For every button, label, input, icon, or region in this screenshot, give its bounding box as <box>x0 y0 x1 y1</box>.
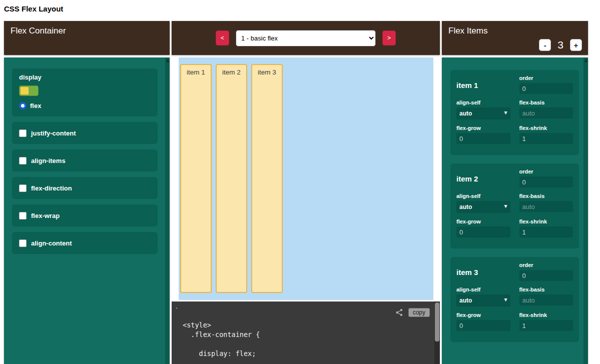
display-label: display <box>19 74 151 81</box>
flex-wrap-label: flex-wrap <box>31 212 60 220</box>
flex-items-header: Flex Items - 3 + <box>442 21 588 55</box>
align-self-select[interactable]: auto <box>456 108 510 120</box>
flex-basis-input[interactable] <box>519 294 573 306</box>
code-scrollbar[interactable] <box>434 302 440 364</box>
left-panel-scrollbar[interactable] <box>165 58 170 364</box>
toggle-knob-icon <box>20 86 29 95</box>
example-select[interactable]: 1 - basic flex <box>236 30 376 46</box>
align-self-select[interactable]: auto <box>456 201 510 213</box>
scroll-up-arrow-icon <box>584 59 588 62</box>
prev-example-button[interactable]: < <box>216 30 229 46</box>
flex-shrink-input[interactable] <box>519 133 573 144</box>
item-card-title: item 2 <box>456 174 510 183</box>
order-label: order <box>519 75 573 81</box>
flex-grow-label: flex-grow <box>456 312 510 318</box>
flex-grow-label: flex-grow <box>456 218 510 224</box>
item-card-title: item 1 <box>456 81 510 90</box>
order-label: order <box>519 262 573 268</box>
flex-shrink-label: flex-shrink <box>519 125 573 131</box>
flex-items-title: Flex Items <box>448 26 487 36</box>
align-self-select-wrap: auto <box>456 108 510 120</box>
align-items-row[interactable]: align-items <box>12 150 158 172</box>
flex-container-header: Flex Container <box>4 21 170 55</box>
align-self-label: align-self <box>456 286 510 292</box>
flex-basis-label: flex-basis <box>519 286 573 292</box>
flex-item: item 2 <box>216 64 247 293</box>
justify-content-label: justify-content <box>31 130 76 137</box>
display-toggle[interactable] <box>19 86 39 96</box>
add-item-button[interactable]: + <box>570 39 582 51</box>
right-panel-scrollbar[interactable] <box>583 58 588 364</box>
flex-radio-label: flex <box>30 102 41 110</box>
item-count: 3 <box>557 39 563 51</box>
display-control-group: display flex <box>12 68 158 116</box>
flex-item: item 3 <box>251 64 283 293</box>
order-label: order <box>519 168 573 174</box>
order-input[interactable] <box>519 176 573 188</box>
page-title: CSS Flex Layout <box>4 4 63 13</box>
flex-shrink-input[interactable] <box>519 226 573 238</box>
item-card: item 3 order align-self auto flex-basis … <box>450 257 579 342</box>
order-input[interactable] <box>519 270 573 281</box>
flex-direction-row[interactable]: flex-direction <box>12 177 158 199</box>
align-self-select[interactable]: auto <box>456 294 510 306</box>
align-items-checkbox[interactable] <box>19 157 27 164</box>
copy-button[interactable]: copy <box>408 308 430 317</box>
flex-wrap-row[interactable]: flex-wrap <box>12 204 158 226</box>
item-card: item 2 order align-self auto flex-basis … <box>450 164 579 248</box>
order-input[interactable] <box>519 83 573 94</box>
flex-item: item 1 <box>180 64 212 293</box>
flex-basis-input[interactable] <box>519 108 573 118</box>
scroll-up-arrow-icon <box>166 59 170 62</box>
align-self-select-wrap: auto <box>456 294 510 306</box>
share-icon[interactable] <box>395 308 403 316</box>
align-content-label: align-content <box>31 240 72 247</box>
code-toolbar: copy <box>395 308 430 317</box>
flex-container-panel: display flex justify-content align-items… <box>4 58 170 364</box>
flex-direction-checkbox[interactable] <box>19 184 27 192</box>
display-flex-option[interactable]: flex <box>19 102 151 110</box>
flex-grow-label: flex-grow <box>456 125 510 131</box>
justify-content-row[interactable]: justify-content <box>12 122 158 144</box>
stray-dot: . <box>176 302 178 310</box>
flex-shrink-label: flex-shrink <box>519 218 573 224</box>
item-card-title: item 3 <box>456 268 510 276</box>
code-scrollbar-thumb[interactable] <box>435 302 439 342</box>
item-count-controls: - 3 + <box>539 39 582 51</box>
flex-grow-input[interactable] <box>456 226 510 238</box>
flex-shrink-label: flex-shrink <box>519 312 573 318</box>
flex-basis-input[interactable] <box>519 201 573 212</box>
flex-direction-label: flex-direction <box>31 184 72 192</box>
flex-container-title: Flex Container <box>11 26 66 36</box>
flex-basis-label: flex-basis <box>519 193 573 199</box>
flex-preview-container: item 1 item 2 item 3 <box>179 58 433 300</box>
flex-basis-label: flex-basis <box>519 100 573 106</box>
flex-shrink-input[interactable] <box>519 320 573 331</box>
align-self-label: align-self <box>456 193 510 199</box>
flex-wrap-checkbox[interactable] <box>19 212 27 220</box>
align-self-select-wrap: auto <box>456 201 510 213</box>
remove-item-button[interactable]: - <box>539 39 551 51</box>
code-panel: . copy <style> .flex-container { display… <box>172 302 440 364</box>
item-card: item 1 order align-self auto flex-basis … <box>450 70 579 155</box>
align-items-label: align-items <box>31 157 66 164</box>
justify-content-checkbox[interactable] <box>19 130 27 137</box>
code-text: <style> .flex-container { display: flex; <box>183 320 260 358</box>
flex-grow-input[interactable] <box>456 133 510 144</box>
align-self-label: align-self <box>456 100 510 106</box>
flex-radio[interactable] <box>19 102 27 110</box>
next-example-button[interactable]: > <box>382 30 396 46</box>
flex-grow-input[interactable] <box>456 320 510 331</box>
align-content-row[interactable]: align-content <box>12 232 158 254</box>
flex-items-panel: item 1 order align-self auto flex-basis … <box>442 58 588 364</box>
example-nav-header: < 1 - basic flex > <box>172 21 440 55</box>
align-content-checkbox[interactable] <box>19 240 27 247</box>
